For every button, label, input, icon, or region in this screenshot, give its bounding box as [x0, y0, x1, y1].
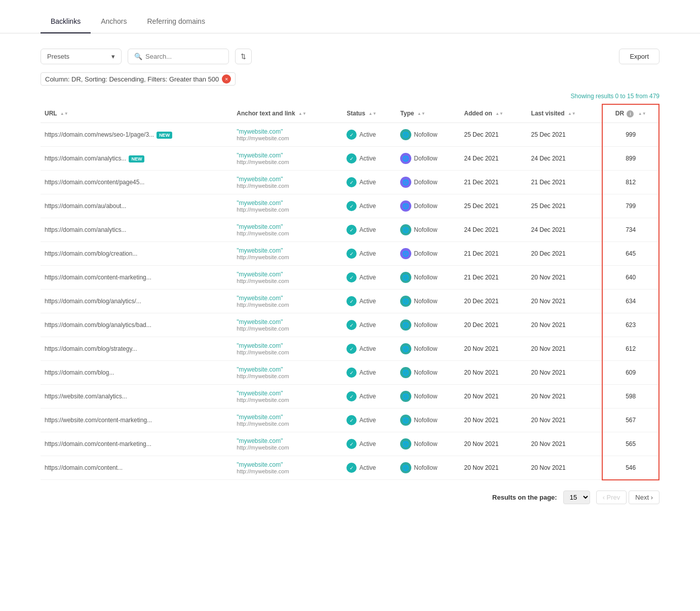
tab-backlinks[interactable]: Backlinks [41, 10, 91, 33]
dr-cell: 612 [602, 337, 659, 361]
type-icon: 🌐 [400, 462, 411, 473]
status-cell: ✓Active [342, 147, 396, 171]
col-header-status[interactable]: Status ▲▼ [342, 104, 396, 123]
dr-cell: 645 [602, 242, 659, 266]
anchor-cell: "mywebsite.com"http://mywebsite.com [232, 385, 342, 409]
anchor-cell: "mywebsite.com"http://mywebsite.com [232, 456, 342, 480]
filter-sort-icon: ⇅ [241, 53, 246, 60]
last-visited-cell: 20 Nov 2021 [527, 432, 603, 456]
dr-cell: 609 [602, 361, 659, 385]
url-cell[interactable]: https://domain.com/content/page45... [41, 171, 232, 194]
col-header-added-on[interactable]: Added on ▲▼ [460, 104, 527, 123]
url-cell[interactable]: https://domain.com/analytics...NEW [41, 147, 232, 171]
url-cell[interactable]: https://domain.com/blog... [41, 361, 232, 385]
added-on-sort-icon: ▲▼ [495, 111, 503, 116]
type-cell: 🌐Nofollow [396, 123, 460, 147]
dr-cell: 999 [602, 123, 659, 147]
prev-button[interactable]: ‹ Prev [596, 491, 627, 504]
status-cell: ✓Active [342, 123, 396, 147]
last-visited-cell: 20 Nov 2021 [527, 409, 603, 432]
type-icon: 🌐 [400, 367, 411, 378]
status-active-icon: ✓ [346, 463, 357, 473]
table-row: https://domain.com/blog..."mywebsite.com… [41, 361, 659, 385]
search-box[interactable]: 🔍 [128, 49, 229, 64]
last-visited-cell: 20 Nov 2021 [527, 361, 603, 385]
type-icon: 🌐 [400, 153, 411, 164]
tab-anchors[interactable]: Anchors [91, 10, 137, 33]
status-cell: ✓Active [342, 218, 396, 242]
dr-cell: 546 [602, 456, 659, 480]
active-filter-bar: Column: DR, Sorting: Descending, Filters… [0, 72, 700, 86]
dr-cell: 734 [602, 218, 659, 242]
type-cell: 🌐Nofollow [396, 218, 460, 242]
col-header-type[interactable]: Type ▲▼ [396, 104, 460, 123]
url-cell[interactable]: https://website.com/content-marketing... [41, 409, 232, 432]
dr-cell: 567 [602, 409, 659, 432]
added-on-cell: 25 Dec 2021 [460, 194, 527, 218]
col-header-dr[interactable]: DR i ▲▼ [602, 104, 659, 123]
url-cell[interactable]: https://domain.com/news/seo-1/page/3...N… [41, 123, 232, 147]
col-header-url[interactable]: URL ▲▼ [41, 104, 232, 123]
added-on-cell: 21 Dec 2021 [460, 242, 527, 266]
page-size-select[interactable]: 15 25 50 [563, 491, 590, 504]
url-cell[interactable]: https://domain.com/blog/strategy... [41, 337, 232, 361]
filter-sort-button[interactable]: ⇅ [235, 49, 252, 64]
url-cell[interactable]: https://domain.com/analytics... [41, 218, 232, 242]
last-visited-cell: 25 Dec 2021 [527, 123, 603, 147]
status-cell: ✓Active [342, 432, 396, 456]
anchor-cell: "mywebsite.com"http://mywebsite.com [232, 147, 342, 171]
pagination-label: Results on the page: [492, 494, 557, 501]
type-cell: 🌐Dofollow [396, 242, 460, 266]
table-row: https://domain.com/content-marketing..."… [41, 432, 659, 456]
url-cell[interactable]: https://website.com/analytics... [41, 385, 232, 409]
filter-tag-text: Column: DR, Sorting: Descending, Filters… [45, 75, 219, 83]
url-cell[interactable]: https://domain.com/blog/analytics/bad... [41, 313, 232, 337]
last-visited-cell: 24 Dec 2021 [527, 147, 603, 171]
dr-cell: 598 [602, 385, 659, 409]
type-cell: 🌐Nofollow [396, 290, 460, 313]
status-active-icon: ✓ [346, 320, 357, 330]
url-cell[interactable]: https://domain.com/blog/analytics/... [41, 290, 232, 313]
type-icon: 🌐 [400, 177, 411, 188]
status-cell: ✓Active [342, 337, 396, 361]
type-cell: 🌐Nofollow [396, 266, 460, 290]
url-cell[interactable]: https://domain.com/content... [41, 456, 232, 480]
type-icon: 🌐 [400, 319, 411, 331]
presets-dropdown[interactable]: Presets ▾ [41, 49, 122, 64]
type-cell: 🌐Dofollow [396, 171, 460, 194]
type-icon: 🌐 [400, 438, 411, 450]
status-active-icon: ✓ [346, 344, 357, 354]
type-cell: 🌐Nofollow [396, 409, 460, 432]
table-header-row: URL ▲▼ Anchor text and link ▲▼ Status ▲▼… [41, 104, 659, 123]
search-input[interactable] [145, 53, 216, 60]
dr-cell: 640 [602, 266, 659, 290]
next-button[interactable]: Next › [629, 491, 659, 504]
toolbar: Presets ▾ 🔍 ⇅ Export [0, 49, 700, 64]
anchor-cell: "mywebsite.com"http://mywebsite.com [232, 171, 342, 194]
last-visited-cell: 20 Nov 2021 [527, 266, 603, 290]
table-body: https://domain.com/news/seo-1/page/3...N… [41, 123, 659, 480]
url-cell[interactable]: https://domain.com/blog/creation... [41, 242, 232, 266]
url-cell[interactable]: https://domain.com/content-marketing... [41, 432, 232, 456]
status-active-icon: ✓ [346, 177, 357, 187]
last-visited-cell: 24 Dec 2021 [527, 218, 603, 242]
url-cell[interactable]: https://domain.com/au/about... [41, 194, 232, 218]
added-on-cell: 21 Dec 2021 [460, 266, 527, 290]
last-visited-cell: 20 Dec 2021 [527, 242, 603, 266]
anchor-cell: "mywebsite.com"http://mywebsite.com [232, 266, 342, 290]
status-active-icon: ✓ [346, 439, 357, 449]
filter-close-button[interactable]: × [222, 74, 231, 84]
table-row: https://domain.com/blog/analytics/..."my… [41, 290, 659, 313]
table-row: https://website.com/content-marketing...… [41, 409, 659, 432]
table-row: https://website.com/analytics..."mywebsi… [41, 385, 659, 409]
type-cell: 🌐Nofollow [396, 432, 460, 456]
export-button[interactable]: Export [619, 49, 659, 64]
dr-cell: 899 [602, 147, 659, 171]
page-wrapper: Backlinks Anchors Referring domains Pres… [0, 0, 700, 611]
status-cell: ✓Active [342, 385, 396, 409]
col-header-anchor[interactable]: Anchor text and link ▲▼ [232, 104, 342, 123]
added-on-cell: 20 Nov 2021 [460, 432, 527, 456]
col-header-last-visited[interactable]: Last visited ▲▼ [527, 104, 603, 123]
url-cell[interactable]: https://domain.com/content-marketing... [41, 266, 232, 290]
tab-referring-domains[interactable]: Referring domains [137, 10, 215, 33]
